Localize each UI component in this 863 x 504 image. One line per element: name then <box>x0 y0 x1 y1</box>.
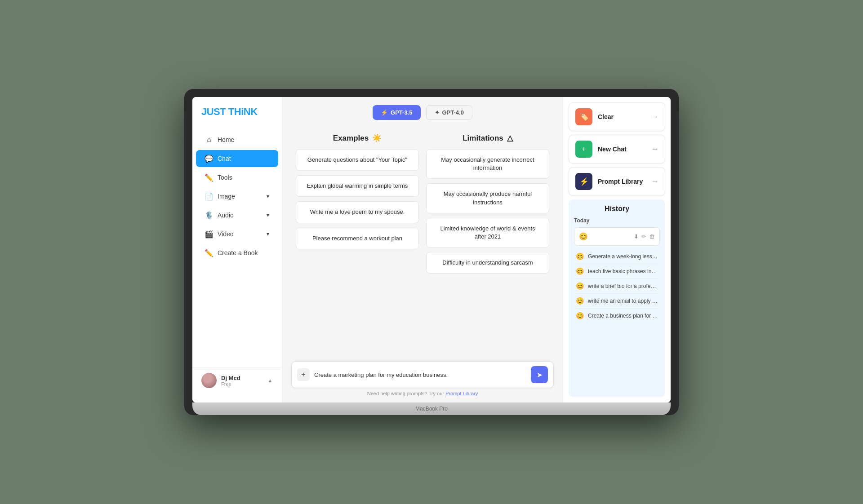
history-item-4-icon: 😊 <box>576 312 584 320</box>
clear-icon: 🏷️ <box>575 108 592 125</box>
limitation-card-2[interactable]: Limited knowledge of world & events afte… <box>426 218 549 248</box>
nav-video-label: Video <box>218 230 234 238</box>
new-chat-arrow-icon: → <box>651 145 658 153</box>
help-text: Need help writing prompts? Try our Promp… <box>291 391 554 396</box>
nav-video[interactable]: 🎬 Video ▾ <box>196 225 278 243</box>
examples-limitations: Examples ☀️ Generate questions about "Yo… <box>282 124 563 357</box>
history-item-0-text: Generate a week-long lesson pla... <box>588 253 658 260</box>
nav-create-book[interactable]: ✏️ Create a Book <box>196 244 278 261</box>
limitation-card-0[interactable]: May occasionally generate incorrect info… <box>426 149 549 179</box>
history-item-1-text: teach five basic phrases in Spanish <box>588 268 658 274</box>
chat-input-box: + ➤ <box>291 361 554 388</box>
prompt-library-link[interactable]: Prompt Library <box>445 391 478 396</box>
chat-input-area: + ➤ Need help writing prompts? Try our P… <box>282 357 563 402</box>
laptop-base: MacBook Pro <box>192 402 671 415</box>
nav-audio-label: Audio <box>218 212 234 219</box>
history-item-1[interactable]: 😊 teach five basic phrases in Spanish <box>574 264 660 279</box>
user-chevron-icon[interactable]: ▲ <box>267 377 273 384</box>
laptop-container: JUST THiNK ⌂ Home 💬 Chat ✏️ Tools 📄 Imag… <box>184 89 679 415</box>
main-content: ⚡ GPT-3.5 ✦ GPT-4.0 Examples ☀️ Generate… <box>282 97 563 402</box>
limitations-title: Limitations <box>463 134 503 143</box>
prompt-library-icon: ⚡ <box>575 173 592 190</box>
help-text-prefix: Need help writing prompts? Try our <box>367 391 445 396</box>
examples-column: Examples ☀️ Generate questions about "Yo… <box>296 133 419 352</box>
video-icon: 🎬 <box>205 230 213 238</box>
nav-create-book-label: Create a Book <box>218 249 258 256</box>
gpt35-icon: ⚡ <box>381 109 388 116</box>
history-section: History Today 😊 ⬇ ✏ 🗑 😊 Generate a week-… <box>569 199 665 397</box>
limitation-card-3[interactable]: Difficulty in understanding sarcasm <box>426 252 549 274</box>
examples-sun-icon: ☀️ <box>372 133 382 143</box>
nav-tools-label: Tools <box>218 174 232 181</box>
attach-button[interactable]: + <box>297 368 310 381</box>
right-panel: 🏷️ Clear → + New Chat → ⚡ Prompt Library… <box>563 97 671 402</box>
history-item-3[interactable]: 😊 write me an email to apply for a jo... <box>574 294 660 309</box>
prompt-library-label: Prompt Library <box>598 178 646 185</box>
prompt-library-button[interactable]: ⚡ Prompt Library → <box>569 167 665 196</box>
gpt4-button[interactable]: ✦ GPT-4.0 <box>426 105 472 120</box>
history-item-2-text: write a brief bio for a professional ... <box>588 283 658 289</box>
history-active-icon: 😊 <box>579 232 588 241</box>
examples-header: Examples ☀️ <box>296 133 419 143</box>
new-chat-label: New Chat <box>598 146 646 153</box>
gpt35-button[interactable]: ⚡ GPT-3.5 <box>373 105 420 120</box>
history-edit-icon[interactable]: ✏ <box>641 233 646 240</box>
example-card-3[interactable]: Please recommend a workout plan <box>296 228 419 249</box>
new-chat-button[interactable]: + New Chat → <box>569 135 665 164</box>
nav-tools[interactable]: ✏️ Tools <box>196 169 278 186</box>
history-item-3-icon: 😊 <box>576 297 584 305</box>
nav-chat-label: Chat <box>218 155 231 162</box>
nav-home[interactable]: ⌂ Home <box>196 131 278 148</box>
history-title: History <box>574 205 660 213</box>
gpt4-icon: ✦ <box>435 109 440 116</box>
gpt4-label: GPT-4.0 <box>442 109 464 116</box>
nav-home-label: Home <box>218 136 234 143</box>
send-icon: ➤ <box>537 371 543 379</box>
video-arrow-icon: ▾ <box>267 231 269 237</box>
limitations-triangle-icon: △ <box>507 133 513 143</box>
image-arrow-icon: ▾ <box>267 193 269 199</box>
clear-arrow-icon: → <box>651 113 658 121</box>
chat-icon: 💬 <box>205 155 213 163</box>
user-name: Dj Mcd <box>221 375 263 381</box>
user-info: Dj Mcd Free <box>221 375 263 387</box>
image-icon: 📄 <box>205 192 213 200</box>
example-card-2[interactable]: Write me a love poem to my spouse. <box>296 201 419 223</box>
history-item-4[interactable]: 😊 Create a business plan for a mark... <box>574 309 660 323</box>
nav-audio[interactable]: 🎙️ Audio ▾ <box>196 207 278 224</box>
history-today-label: Today <box>574 217 660 224</box>
history-item-2[interactable]: 😊 write a brief bio for a professional .… <box>574 279 660 294</box>
model-selector: ⚡ GPT-3.5 ✦ GPT-4.0 <box>282 97 563 124</box>
history-active-item[interactable]: 😊 ⬇ ✏ 🗑 <box>574 227 660 246</box>
nav-image[interactable]: 📄 Image ▾ <box>196 188 278 205</box>
create-book-icon: ✏️ <box>205 249 213 257</box>
audio-arrow-icon: ▾ <box>267 212 269 218</box>
gpt35-label: GPT-3.5 <box>391 109 412 116</box>
send-button[interactable]: ➤ <box>531 366 548 383</box>
avatar <box>201 373 217 388</box>
clear-button[interactable]: 🏷️ Clear → <box>569 102 665 131</box>
history-item-2-icon: 😊 <box>576 282 584 290</box>
new-chat-icon: + <box>575 141 592 158</box>
history-delete-icon[interactable]: 🗑 <box>649 233 655 240</box>
examples-title: Examples <box>333 134 369 143</box>
avatar-image <box>201 373 217 388</box>
history-item-0[interactable]: 😊 Generate a week-long lesson pla... <box>574 249 660 264</box>
history-item-4-text: Create a business plan for a mark... <box>588 313 658 319</box>
history-download-icon[interactable]: ⬇ <box>634 233 639 240</box>
example-card-1[interactable]: Explain global warming in simple terms <box>296 175 419 197</box>
chat-input[interactable] <box>314 371 526 378</box>
history-item-actions: ⬇ ✏ 🗑 <box>634 233 655 240</box>
nav-image-label: Image <box>218 193 235 200</box>
example-card-0[interactable]: Generate questions about "Your Topic" <box>296 149 419 171</box>
sidebar: JUST THiNK ⌂ Home 💬 Chat ✏️ Tools 📄 Imag… <box>192 97 282 402</box>
limitation-card-1[interactable]: May occasionally produce harmful instruc… <box>426 183 549 213</box>
prompt-library-arrow-icon: → <box>651 177 658 186</box>
nav-chat[interactable]: 💬 Chat <box>196 150 278 167</box>
history-item-3-text: write me an email to apply for a jo... <box>588 298 658 304</box>
history-item-0-icon: 😊 <box>576 252 584 261</box>
limitations-column: Limitations △ May occasionally generate … <box>426 133 549 352</box>
audio-icon: 🎙️ <box>205 211 213 219</box>
macbook-label: MacBook Pro <box>415 406 448 412</box>
history-item-1-icon: 😊 <box>576 267 584 275</box>
